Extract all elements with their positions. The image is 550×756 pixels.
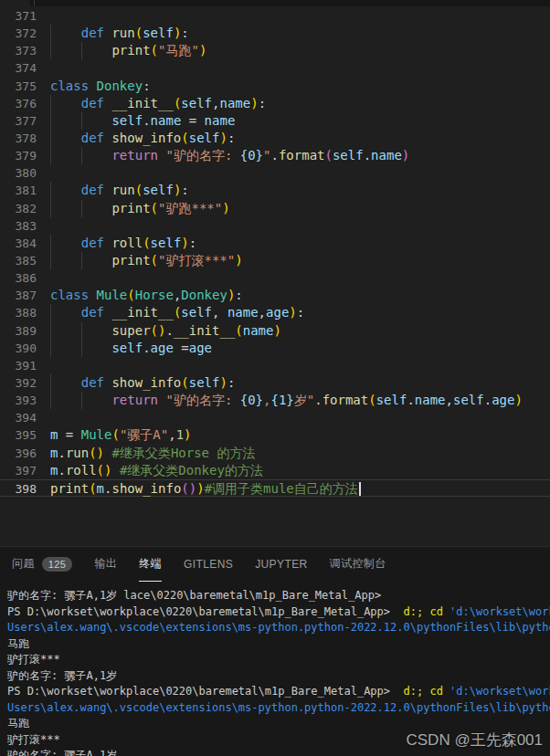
line-number[interactable]: 380 <box>0 164 37 182</box>
line-number[interactable]: 397 <box>0 462 37 479</box>
code-line[interactable]: 371 <box>0 7 550 25</box>
line-number[interactable]: 387 <box>0 287 37 304</box>
code-line[interactable]: 382 print("驴跑***") <box>0 200 550 217</box>
code-token: {0} <box>240 393 263 407</box>
line-number[interactable]: 371 <box>0 7 37 25</box>
line-number[interactable]: 374 <box>0 59 37 77</box>
code-line[interactable]: 387class Mule(Horse,Donkey): <box>0 287 550 304</box>
code-line[interactable]: 378 def show_info(self): <box>0 130 550 147</box>
code-line[interactable]: 376 def __init__(self,name): <box>0 95 550 112</box>
code-line[interactable]: 397m.roll() #继承父类Donkey的方法 <box>0 462 550 479</box>
line-number[interactable]: 391 <box>0 357 37 374</box>
line-number[interactable]: 378 <box>0 130 37 147</box>
code-line-text: self.name = name <box>37 112 235 130</box>
code-line[interactable]: 390 self.age =age <box>0 340 550 357</box>
code-line[interactable]: 384 def roll(self): <box>0 235 550 252</box>
code-token: print <box>111 43 150 58</box>
code-line[interactable]: 388 def __init__(self, name,age): <box>0 304 550 321</box>
code-editor[interactable]: 371372 def run(self):373 print("马跑")3743… <box>0 0 550 546</box>
line-number[interactable]: 385 <box>0 252 37 269</box>
line-number[interactable]: 379 <box>0 147 37 164</box>
code-line[interactable]: 396m.run() #继承父类Horse 的方法 <box>0 445 550 462</box>
code-token <box>50 131 81 145</box>
code-token: __init__ <box>111 305 173 320</box>
panel-tab-jupyter[interactable]: JUPYTER <box>255 547 307 582</box>
line-number[interactable]: 389 <box>0 322 37 340</box>
code-line[interactable]: 383 <box>0 217 550 235</box>
terminal-text-segment: PS D:\workset\workplace\0220\baremetal\m… <box>7 685 403 698</box>
indent-guide <box>50 147 51 164</box>
line-number[interactable]: 395 <box>0 426 37 444</box>
code-line[interactable]: 398print(m.show_info())#调用子类mule自己的方法 <box>0 479 550 497</box>
line-number[interactable]: 373 <box>0 42 37 59</box>
panel-tab-problems[interactable]: 问题125 <box>12 547 72 582</box>
code-token: age <box>266 305 289 320</box>
code-line[interactable]: 372 def run(self): <box>0 25 550 42</box>
line-number[interactable]: 393 <box>0 392 37 409</box>
line-number[interactable]: 376 <box>0 95 37 112</box>
indent-guide <box>81 392 82 409</box>
code-token: ( <box>181 375 188 390</box>
line-number[interactable]: 388 <box>0 304 37 321</box>
code-token: : <box>181 183 188 197</box>
line-number[interactable]: 383 <box>0 217 37 235</box>
line-number[interactable]: 377 <box>0 112 37 130</box>
code-token: name <box>243 323 274 338</box>
code-line[interactable]: 385 print("驴打滚***") <box>0 252 550 269</box>
line-number[interactable]: 372 <box>0 25 37 42</box>
code-token: def <box>81 375 112 390</box>
line-number[interactable]: 382 <box>0 200 37 217</box>
line-number[interactable]: 398 <box>0 480 37 496</box>
code-token: : <box>235 288 242 302</box>
line-number[interactable]: 381 <box>0 182 37 199</box>
line-number[interactable]: 394 <box>0 409 37 426</box>
code-token: run <box>111 26 134 40</box>
code-token: , <box>168 427 175 442</box>
code-line[interactable]: 392 def show_info(self): <box>0 374 550 392</box>
code-token: #继承父类Donkey的方法 <box>120 463 263 478</box>
panel-tab-debug-console[interactable]: 调试控制台 <box>330 547 386 582</box>
line-number[interactable]: 386 <box>0 269 37 287</box>
code-line-text: def __init__(self, name,age): <box>37 304 304 321</box>
code-token: self <box>376 393 407 407</box>
panel-tab-output[interactable]: 输出 <box>94 547 117 582</box>
terminal-line: 驴的名字: 骡子A,1岁 lace\0220\baremetal\m1p_Bar… <box>7 588 550 604</box>
code-token: , <box>446 393 453 407</box>
code-line[interactable]: 379 return "驴的名字: {0}".format(self.name) <box>0 147 550 164</box>
code-token: show_info <box>111 375 181 390</box>
code-line[interactable]: 373 print("马跑") <box>0 42 550 59</box>
terminal-text-segment: PS D:\workset\workplace\0220\baremetal\m… <box>7 605 403 618</box>
code-line[interactable]: 380 <box>0 164 550 182</box>
code-line[interactable]: 389 super().__init__(name) <box>0 322 550 340</box>
line-number[interactable]: 384 <box>0 235 37 252</box>
code-token: def <box>81 183 112 197</box>
code-line[interactable]: 375class Donkey: <box>0 78 550 95</box>
line-number[interactable]: 375 <box>0 78 37 95</box>
code-token: return <box>111 393 165 407</box>
code-line[interactable]: 386 <box>0 269 550 287</box>
panel-tab-terminal[interactable]: 终端 <box>139 547 162 582</box>
line-number[interactable]: 392 <box>0 374 37 392</box>
code-token: self <box>453 393 484 407</box>
code-token: "马跑" <box>158 43 199 58</box>
code-token: show_info <box>111 131 181 145</box>
code-line[interactable]: 393 return "驴的名字: {0},{1}岁".format(self.… <box>0 392 550 409</box>
code-token: Mule <box>81 427 112 442</box>
terminal-text-segment: 'd:\workset\workpl <box>450 685 550 698</box>
panel-tab-label: 输出 <box>94 556 117 572</box>
code-line[interactable]: 394 <box>0 409 550 426</box>
code-line[interactable]: 377 self.name = name <box>0 112 550 130</box>
code-token: m <box>97 481 104 496</box>
panel-tab-gitlens[interactable]: GITLENS <box>184 547 233 582</box>
code-line[interactable]: 381 def run(self): <box>0 182 550 199</box>
indent-guide <box>81 200 82 217</box>
code-token: show_info <box>111 481 181 496</box>
code-token: "驴的名字: <box>165 393 239 407</box>
code-line[interactable]: 395m = Mule("骡子A",1) <box>0 426 550 444</box>
line-number[interactable]: 390 <box>0 340 37 357</box>
line-number[interactable]: 396 <box>0 445 37 462</box>
code-token: ) <box>222 201 229 215</box>
code-line[interactable]: 374 <box>0 59 550 77</box>
code-token: ) <box>199 43 206 58</box>
code-line[interactable]: 391 <box>0 357 550 374</box>
